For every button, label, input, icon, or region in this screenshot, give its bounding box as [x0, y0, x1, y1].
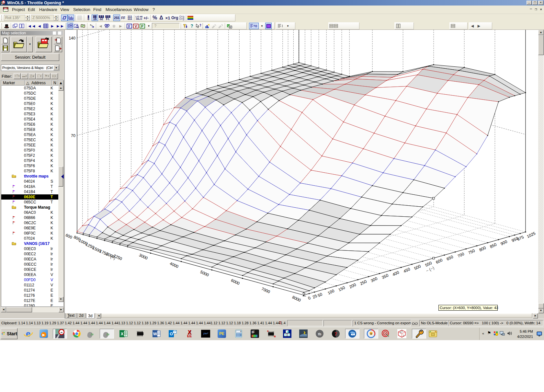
svg-text:400: 400 — [392, 270, 400, 277]
svg-text:975: 975 — [516, 235, 525, 242]
svg-text:350: 350 — [381, 273, 389, 280]
svg-text:5000: 5000 — [199, 270, 210, 277]
svg-text:B: B — [274, 335, 276, 338]
svg-text:150: 150 — [338, 285, 346, 293]
svg-text:0: 0 — [307, 296, 311, 301]
svg-text:8: 8 — [240, 330, 241, 332]
svg-text:850: 850 — [489, 242, 497, 249]
svg-text:800: 800 — [479, 246, 487, 253]
svg-text:7000: 7000 — [261, 286, 271, 294]
svg-text:F: F — [285, 334, 286, 336]
svg-text:∞: ∞ — [61, 331, 63, 334]
svg-text:600: 600 — [65, 233, 73, 240]
svg-text:650: 650 — [446, 255, 454, 262]
svg-text:O: O — [170, 331, 173, 336]
svg-text:X: X — [121, 331, 124, 336]
svg-text:IOII..: IOII.. — [105, 26, 109, 28]
svg-text:1: 1 — [403, 334, 404, 337]
svg-text:e: e — [26, 329, 30, 338]
svg-text:EE: EE — [187, 334, 192, 338]
svg-text:?: ? — [199, 24, 201, 27]
svg-text:F: F — [267, 330, 269, 333]
svg-text:1025: 1025 — [526, 231, 536, 239]
svg-text:ƒe: ƒe — [106, 333, 109, 336]
svg-text:70: 70 — [71, 133, 75, 138]
svg-text:Cursor: (X=600, Y=8000), Value: Cursor: (X=600, Y=8000), Value: 43 — [440, 306, 498, 310]
svg-text:∞: ∞ — [3, 1, 4, 3]
svg-text:500: 500 — [414, 264, 422, 271]
svg-text:F: F — [128, 24, 130, 29]
svg-text:900: 900 — [500, 239, 508, 247]
svg-text:50: 50 — [317, 292, 323, 298]
svg-text:tb: tb — [318, 332, 322, 336]
svg-text:450: 450 — [403, 267, 411, 274]
svg-text:P: P — [141, 24, 143, 28]
svg-text:300: 300 — [370, 276, 378, 283]
svg-text:IOI: IOI — [5, 7, 7, 9]
svg-text:M: M — [287, 331, 289, 333]
svg-text:F: F — [230, 26, 232, 28]
svg-text:V: V — [135, 24, 137, 28]
svg-text:25: 25 — [312, 294, 318, 300]
svg-text:7: 7 — [334, 331, 337, 337]
svg-text:100: 100 — [327, 289, 335, 296]
svg-text:W: W — [153, 331, 157, 336]
svg-text:140: 140 — [69, 36, 75, 40]
svg-text:600: 600 — [435, 258, 443, 265]
svg-text:8000: 8000 — [291, 295, 301, 303]
svg-text:C: C — [288, 334, 290, 336]
svg-text:750: 750 — [468, 248, 476, 256]
svg-text:4000: 4000 — [169, 261, 179, 269]
svg-text:200: 200 — [349, 282, 357, 290]
svg-text:700: 700 — [457, 252, 465, 259]
svg-text:250: 250 — [359, 279, 368, 286]
svg-text:6000: 6000 — [230, 278, 240, 286]
svg-text:ƒe: ƒe — [90, 333, 94, 336]
svg-text:3000: 3000 — [138, 253, 148, 260]
